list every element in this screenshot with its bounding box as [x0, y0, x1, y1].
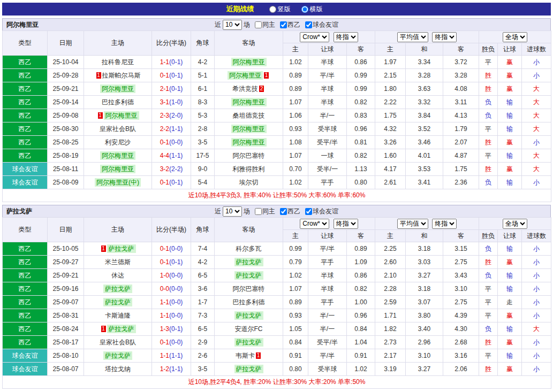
layout-option-horizontal[interactable]: 横版 — [301, 5, 323, 14]
home-team-link[interactable]: 拉科鲁尼亚 — [102, 58, 134, 66]
score-cell: 0-1(0-1) — [152, 69, 191, 82]
home-team-link[interactable]: 萨拉戈萨 — [103, 298, 132, 306]
win-loss-result: 平 — [479, 296, 498, 309]
home-team-link[interactable]: 阿尔梅里亚(中) — [95, 178, 141, 187]
away-team-link[interactable]: 阿尔巴塞特 — [233, 152, 265, 159]
same-home-checkbox[interactable] — [255, 21, 262, 28]
home-team-link[interactable]: 卡斯迪隆 — [105, 312, 131, 319]
away-team-link[interactable]: 阿尔梅里亚 — [231, 125, 267, 133]
match-row: 西乙25-08-30皇家社会B队2-2(1-1)2-8阿尔梅里亚0.93受半球0… — [3, 122, 551, 136]
home-team-link[interactable]: 皇家社会B队 — [100, 125, 136, 133]
handicap-result: 赢 — [498, 163, 522, 176]
away-team-link[interactable]: 埃尔切 — [239, 179, 259, 186]
red-card-badge: 1 — [256, 352, 261, 359]
away-team-link[interactable]: 萨拉戈萨 — [234, 271, 263, 280]
away-team-link[interactable]: 安道尔FC — [235, 325, 263, 333]
average-source-select[interactable]: 平均值 — [397, 219, 428, 229]
away-team-link[interactable]: 巴拉多利德 — [233, 298, 265, 306]
home-team-link[interactable]: 巴拉多利德 — [102, 98, 134, 106]
avg-draw-odds: 3.46 — [406, 136, 443, 149]
corner-count: 4-2 — [191, 56, 215, 69]
away-team-link[interactable]: 萨拉戈萨 — [234, 311, 263, 320]
away-team-link[interactable]: 阿尔梅里亚 — [231, 98, 267, 106]
league-checkbox[interactable] — [280, 208, 287, 215]
average-source-select[interactable]: 平均值 — [397, 32, 428, 42]
average-time-select[interactable]: 终指 — [432, 219, 457, 229]
group-average-odds: 平均值 终指 — [375, 218, 479, 230]
crown-home-odds: 1.02 — [283, 56, 308, 69]
odds-source-select[interactable]: Crow* — [300, 32, 329, 42]
home-team-link[interactable]: 阿尔梅里亚 — [100, 165, 135, 173]
win-loss-result: 胜 — [479, 82, 498, 96]
away-team-link[interactable]: 科尔多瓦 — [236, 245, 262, 252]
away-team-link[interactable]: 阿尔巴塞特 — [233, 285, 265, 293]
crown-handicap: 受半球 — [308, 363, 347, 376]
competition-badge: 西乙 — [3, 256, 48, 269]
home-team-link[interactable]: 阿尔梅里亚 — [104, 111, 139, 120]
home-team-link[interactable]: 萨拉戈萨 — [103, 351, 132, 360]
league-checkbox[interactable] — [280, 21, 287, 28]
win-loss-result: 平 — [479, 309, 498, 322]
home-team-link[interactable]: 萨拉戈萨 — [107, 244, 136, 253]
home-team-link[interactable]: 萨拉戈萨 — [103, 285, 132, 293]
same-home-filter[interactable]: 同主 — [252, 20, 275, 29]
vertical-radio[interactable] — [269, 6, 276, 13]
avg-away-odds: 4.13 — [443, 109, 479, 122]
home-team-cell: 1拉斯帕尔马斯 — [84, 69, 152, 82]
corner-count: 3-5 — [191, 363, 215, 376]
near-label: 近 — [215, 207, 221, 216]
crown-away-odds: 0.81 — [347, 136, 375, 149]
col-score: 比分(半场) — [152, 31, 191, 56]
crown-away-odds: 0.83 — [347, 109, 375, 122]
competition-badge: 球会友谊 — [3, 363, 48, 376]
score-cell: 2-1(0-1) — [152, 82, 191, 96]
red-card-badge: 2 — [259, 86, 264, 92]
scope-select[interactable]: 全场 — [503, 32, 527, 42]
league-filter[interactable]: 西乙 — [277, 20, 300, 29]
home-team-link[interactable]: 休达 — [111, 272, 124, 279]
away-team-cell: 阿尔巴塞特 — [215, 282, 283, 296]
same-home-checkbox[interactable] — [255, 208, 262, 215]
recent-count-select[interactable]: 10 — [223, 20, 242, 30]
odds-source-select[interactable]: Crow* — [300, 219, 329, 229]
away-team-link[interactable]: 阿尔梅里亚 — [228, 71, 263, 80]
friendly-filter[interactable]: 球会友谊 — [302, 207, 338, 216]
home-team-cell: 萨拉戈萨 — [84, 282, 152, 296]
scope-select[interactable]: 全场 — [503, 219, 527, 229]
away-team-link[interactable]: 韦斯卡 — [236, 352, 255, 359]
home-team-link[interactable]: 萨拉戈萨 — [107, 325, 136, 333]
layout-option-vertical[interactable]: 竖版 — [269, 5, 291, 14]
average-time-select[interactable]: 终指 — [432, 32, 457, 42]
crown-away-odds: 1.04 — [347, 336, 375, 349]
home-team-link[interactable]: 阿尔梅里亚 — [100, 151, 135, 160]
friendly-checkbox[interactable] — [305, 208, 312, 215]
friendly-checkbox[interactable] — [305, 21, 312, 28]
away-team-link[interactable]: 利雅得胜利 — [233, 165, 265, 173]
horizontal-radio[interactable] — [301, 6, 308, 13]
score-cell: 0-1(0-0) — [152, 242, 191, 256]
home-team-link[interactable]: 皇家社会B队 — [100, 339, 136, 346]
odds-time-select[interactable]: 终指 — [334, 219, 358, 229]
odds-time-select[interactable]: 终指 — [334, 32, 358, 42]
home-team-link[interactable]: 阿尔梅里亚 — [100, 84, 135, 93]
home-team-link[interactable]: 拉斯帕尔马斯 — [102, 72, 141, 79]
home-team-link[interactable]: 米兰德斯 — [105, 258, 131, 266]
recent-count-select[interactable]: 10 — [223, 206, 242, 217]
away-team-link[interactable]: 桑坦德竞技 — [233, 112, 265, 119]
away-team-link[interactable]: 阿尔梅里亚 — [231, 58, 267, 66]
friendly-filter[interactable]: 球会友谊 — [302, 20, 338, 29]
away-team-link[interactable]: 萨拉戈萨 — [234, 338, 263, 347]
home-team-link[interactable]: 利安尼沙 — [105, 139, 131, 146]
win-loss-result: 平 — [479, 149, 498, 163]
league-filter[interactable]: 西乙 — [277, 207, 300, 216]
away-team-link[interactable]: 希洪竞技 — [232, 85, 258, 93]
home-team-link[interactable]: 塔拉戈纳 — [105, 365, 131, 373]
away-team-link[interactable]: 萨拉戈萨 — [234, 365, 263, 373]
same-home-filter[interactable]: 同主 — [252, 207, 275, 216]
away-team-link[interactable]: 阿尔梅里亚 — [231, 138, 267, 147]
team-section-almeria: 阿尔梅里亚 近 10 场 同主 西乙 球会友谊 — [2, 18, 551, 202]
section-header: 萨拉戈萨 近 10 场 同主 西乙 球会友谊 — [2, 205, 551, 217]
crown-handicap: 半/一 — [308, 322, 347, 336]
away-team-link[interactable]: 萨拉戈萨 — [234, 258, 263, 266]
col-avg-away: 客 — [443, 43, 479, 56]
